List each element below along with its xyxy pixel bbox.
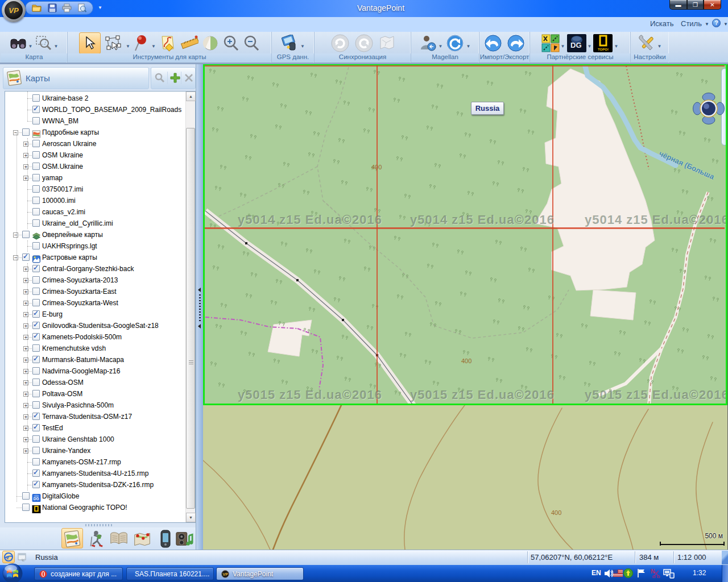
settings-icon[interactable] bbox=[638, 34, 656, 52]
pointer-tool-button[interactable] bbox=[79, 32, 101, 54]
magellan-sync-icon[interactable] bbox=[446, 34, 464, 52]
tree-item[interactable]: Kamyanets-OSM-z17.rmp bbox=[5, 456, 186, 468]
tray-flag-icon[interactable] bbox=[637, 568, 646, 578]
zoom-select-dropdown[interactable]: ▼ bbox=[54, 44, 59, 49]
scroll-up-button[interactable]: ▲ bbox=[186, 92, 196, 101]
area-icon[interactable] bbox=[202, 35, 219, 52]
find-on-map-icon[interactable] bbox=[10, 36, 27, 51]
panel-search-button[interactable] bbox=[154, 72, 166, 84]
taskbar-button[interactable]: VPVantagePoint bbox=[216, 567, 304, 580]
style-dropdown-chevron[interactable]: ▼ bbox=[705, 22, 709, 27]
mode-guide-icon[interactable] bbox=[110, 530, 128, 548]
tree-item[interactable]: DGDigitalGlobe bbox=[5, 490, 186, 502]
tree-checkbox[interactable] bbox=[32, 481, 40, 488]
tree-item[interactable]: Kamyanets-Studenitsa-DZK-z16.rmp bbox=[5, 479, 186, 490]
tree-item[interactable]: Ukraine_old_Cyrillic.imi bbox=[5, 218, 186, 229]
tree-checkbox[interactable] bbox=[32, 299, 40, 306]
mode-gps-icon[interactable] bbox=[156, 530, 175, 548]
tray-volume-icon[interactable] bbox=[604, 569, 614, 578]
mode-hiking-icon[interactable] bbox=[86, 530, 105, 548]
tree-item[interactable]: caucas_v2.imi bbox=[5, 206, 186, 218]
tree-checkbox[interactable] bbox=[32, 185, 40, 193]
route-icon[interactable] bbox=[160, 35, 177, 52]
splitter-collapse-arrow-1[interactable] bbox=[198, 288, 201, 292]
save-icon[interactable] bbox=[48, 3, 57, 13]
tree-item[interactable]: +Aeroscan Ukraine bbox=[5, 138, 186, 149]
splitter-handle[interactable] bbox=[199, 294, 201, 322]
tree-checkbox[interactable] bbox=[32, 94, 40, 102]
tree-checkbox[interactable] bbox=[32, 288, 40, 295]
panel-add-button[interactable] bbox=[169, 72, 181, 84]
tree-checkbox[interactable] bbox=[32, 356, 40, 363]
tree-item[interactable]: +Nadvirna-GoogleMap-z16 bbox=[5, 365, 186, 377]
tree-checkbox[interactable] bbox=[32, 140, 40, 147]
tree-checkbox[interactable] bbox=[32, 333, 40, 340]
digitalglobe-dropdown[interactable]: ▼ bbox=[588, 44, 592, 49]
tree-item[interactable]: +OSM Ukraine bbox=[5, 149, 186, 161]
start-button[interactable] bbox=[2, 563, 23, 582]
qat-menu-chevron[interactable]: ▼ bbox=[98, 5, 102, 10]
tree-checkbox[interactable] bbox=[32, 413, 40, 420]
tree-checkbox[interactable] bbox=[32, 276, 40, 284]
tree-checkbox[interactable] bbox=[22, 128, 30, 136]
tree-checkbox[interactable] bbox=[22, 231, 30, 238]
tree-checkbox[interactable] bbox=[32, 310, 40, 318]
compass-control[interactable] bbox=[693, 93, 725, 124]
magellan-user-icon[interactable] bbox=[419, 35, 436, 52]
mode-waypoints-icon[interactable] bbox=[133, 530, 151, 548]
mode-media-icon[interactable] bbox=[175, 530, 193, 548]
tree-checkbox[interactable] bbox=[32, 458, 40, 465]
tray-clock[interactable]: 1:32 bbox=[693, 569, 706, 577]
tree-checkbox[interactable] bbox=[32, 344, 40, 352]
close-button[interactable]: ✕ bbox=[704, 0, 721, 10]
gps-dropdown[interactable]: ▼ bbox=[300, 44, 305, 49]
export-icon[interactable] bbox=[506, 34, 526, 52]
tree-item[interactable]: WORLD_TOPO_BASEMAP_2009_RailRoads bbox=[5, 104, 186, 115]
sync-map-icon[interactable] bbox=[378, 35, 395, 52]
tree-checkbox[interactable] bbox=[32, 265, 40, 272]
tree-expand-toggle[interactable]: − bbox=[13, 130, 18, 135]
taskbar-button[interactable]: создание карт для ... bbox=[34, 567, 123, 580]
tree-expand-toggle[interactable]: − bbox=[13, 255, 18, 260]
tree-item[interactable]: +Ukraine-Yandex bbox=[5, 445, 186, 456]
tray-clipper-icon[interactable]: N bbox=[651, 568, 661, 578]
import-icon[interactable] bbox=[483, 34, 503, 52]
tree-item[interactable]: +yamap bbox=[5, 172, 186, 184]
tree-item[interactable]: +Poltava-OSM bbox=[5, 388, 186, 400]
natgeo-topo-icon[interactable]: TOPO! bbox=[593, 34, 613, 52]
tree-expand-toggle[interactable]: − bbox=[13, 232, 18, 238]
ruler-icon[interactable] bbox=[180, 35, 198, 52]
mode-maps-icon[interactable] bbox=[63, 530, 81, 548]
preview-icon[interactable] bbox=[77, 3, 86, 13]
tree-checkbox[interactable] bbox=[32, 367, 40, 375]
open-icon[interactable] bbox=[32, 3, 42, 13]
tree-checkbox[interactable] bbox=[32, 401, 40, 409]
tree-item[interactable]: −Оверлейные карты bbox=[5, 229, 186, 240]
tree-item[interactable]: +Sivulya-Pasichna-500m bbox=[5, 400, 186, 411]
tree-checkbox[interactable] bbox=[22, 492, 30, 500]
tree-scrollbar[interactable]: ▲ ▼ bbox=[185, 92, 195, 522]
tree-item[interactable]: +E-burg bbox=[5, 309, 186, 320]
waypoint-pin-icon[interactable] bbox=[134, 35, 148, 52]
maximize-button[interactable]: ❐ bbox=[687, 0, 704, 10]
tree-item[interactable]: +Central-Gorgany-Stezhki-back bbox=[5, 263, 186, 275]
select-dropdown[interactable]: ▼ bbox=[126, 44, 130, 49]
tray-keyboard-layout-icon[interactable] bbox=[613, 569, 623, 577]
statusbar-browser-icon[interactable]: e bbox=[2, 551, 15, 563]
partner-tiles-icon[interactable] bbox=[541, 34, 560, 52]
panel-close-button[interactable] bbox=[183, 72, 195, 84]
zoom-in-icon[interactable] bbox=[222, 35, 239, 52]
settings-dropdown[interactable]: ▼ bbox=[657, 44, 662, 49]
natgeo-dropdown[interactable]: ▼ bbox=[614, 44, 618, 49]
tree-checkbox[interactable] bbox=[32, 242, 40, 250]
tree-checkbox[interactable] bbox=[32, 197, 40, 204]
sync-up-icon[interactable] bbox=[354, 34, 374, 53]
tree-item[interactable]: +OSM.Ukraine bbox=[5, 161, 186, 172]
tree-checkbox[interactable] bbox=[32, 435, 40, 443]
tree-checkbox[interactable] bbox=[32, 163, 40, 170]
tree-item[interactable]: +Crimea-Soyuzkarta-East bbox=[5, 286, 186, 297]
tree-item[interactable]: National Geographic TOPO! bbox=[5, 502, 186, 513]
tray-language[interactable]: EN bbox=[592, 569, 601, 577]
help-dropdown-chevron[interactable]: ▼ bbox=[723, 22, 728, 27]
tree-item[interactable]: −Растровые карты bbox=[5, 252, 186, 263]
